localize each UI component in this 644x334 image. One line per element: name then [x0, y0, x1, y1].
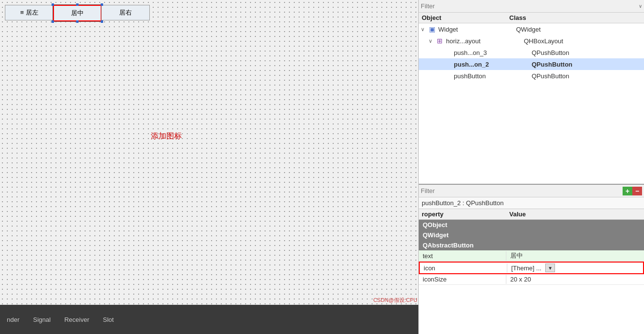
- props-object-title: pushButton_2 : QPushButton: [419, 197, 644, 209]
- prop-value-text[interactable]: 居中: [506, 250, 644, 261]
- inspector-filter-input[interactable]: [421, 2, 639, 10]
- expand-layout-icon[interactable]: ∨: [429, 38, 435, 44]
- prop-row-icon: icon [Theme] ... ▼: [419, 262, 644, 274]
- bottom-tabs: nder Signal Receiver Slot: [5, 315, 116, 324]
- props-header: roperty Value: [419, 209, 644, 220]
- left-panel: ≡ 居左 居中: [0, 0, 418, 334]
- tree-row-pushbutton[interactable]: pushButton QPushButton: [419, 70, 644, 82]
- pushbutton-icon: [443, 72, 452, 80]
- resize-handle-bl[interactable]: [52, 20, 54, 23]
- prop-name-text: text: [419, 251, 506, 261]
- canvas-area: ≡ 居左 居中: [0, 0, 418, 305]
- tree-row-push3[interactable]: push...on_3 QPushButton: [419, 47, 644, 58]
- resize-handle-tr[interactable]: [101, 3, 103, 6]
- tree-header-object: Object: [422, 14, 509, 21]
- add-icon-label: 添加图标: [151, 131, 182, 141]
- class-name-widget: QWidget: [516, 26, 642, 33]
- class-name-push2: QPushButton: [532, 61, 642, 68]
- tab-signal[interactable]: Signal: [31, 315, 53, 324]
- tab-slot[interactable]: Slot: [101, 315, 115, 324]
- prop-row-iconsize: iconSize 20 x 20: [419, 274, 644, 285]
- tree-row-widget[interactable]: ∨ ▣ Widget QWidget: [419, 23, 644, 35]
- props-content: QObject QWidget QAbstractButton text 居中 …: [419, 220, 644, 334]
- filter-chevron-icon: ∨: [639, 3, 642, 9]
- tab-nder[interactable]: nder: [5, 315, 21, 324]
- prop-value-iconsize: 20 x 20: [506, 275, 644, 284]
- obj-name-push2: push...on_2: [454, 61, 532, 68]
- expand-widget-icon[interactable]: ∨: [421, 26, 428, 33]
- widget-icon: ▣: [428, 25, 436, 33]
- push3-icon: [443, 49, 452, 56]
- group-qobject: QObject: [419, 220, 644, 230]
- push2-icon: [443, 60, 452, 68]
- class-name-layout: QHBoxLayout: [524, 37, 642, 45]
- tree-header-class: Class: [509, 14, 641, 21]
- props-header-property: roperty: [422, 211, 509, 218]
- obj-name-widget: Widget: [438, 26, 516, 33]
- object-inspector: ∨ Object Class ∨ ▣ Widget QWidget ∨ ⊞ ho…: [419, 0, 644, 185]
- resize-handle-bc[interactable]: [76, 20, 79, 23]
- obj-name-layout: horiz...ayout: [446, 37, 524, 45]
- prop-row-text: text 居中: [419, 250, 644, 262]
- class-name-pushbutton: QPushButton: [532, 72, 642, 80]
- right-button[interactable]: 居右: [101, 5, 150, 20]
- obj-name-push3: push...on_3: [454, 49, 532, 56]
- resize-handle-br[interactable]: [101, 20, 103, 23]
- prop-value-icon[interactable]: [Theme] ... ▼: [507, 263, 643, 273]
- tree-content: ∨ ▣ Widget QWidget ∨ ⊞ horiz...ayout QHB…: [419, 23, 644, 184]
- prop-name-icon: icon: [420, 264, 507, 273]
- resize-handle-tc[interactable]: [76, 3, 79, 6]
- props-add-button[interactable]: +: [623, 187, 632, 195]
- watermark: CSDN@假设:CPU: [372, 296, 418, 305]
- center-button[interactable]: 居中: [53, 5, 102, 21]
- group-qabstractbutton: QAbstractButton: [419, 240, 644, 250]
- class-name-push3: QPushButton: [532, 49, 642, 56]
- prop-name-iconsize: iconSize: [419, 275, 506, 284]
- props-filter-input[interactable]: [421, 187, 623, 194]
- tree-row-layout[interactable]: ∨ ⊞ horiz...ayout QHBoxLayout: [419, 35, 644, 47]
- inspector-filter-bar: ∨: [419, 0, 644, 13]
- icon-browse-button[interactable]: ▼: [545, 264, 555, 272]
- resize-handle-tl[interactable]: [52, 3, 54, 6]
- properties-panel: + − pushButton_2 : QPushButton roperty V…: [419, 185, 644, 334]
- props-sub-button[interactable]: −: [632, 187, 642, 195]
- tree-row-push2[interactable]: push...on_2 QPushButton: [419, 58, 644, 70]
- left-button[interactable]: ≡ 居左: [5, 5, 54, 20]
- right-panel: ∨ Object Class ∨ ▣ Widget QWidget ∨ ⊞ ho…: [418, 0, 644, 334]
- group-qwidget: QWidget: [419, 230, 644, 240]
- props-filter-bar: + −: [419, 185, 644, 197]
- bottom-bar: nder Signal Receiver Slot: [0, 305, 418, 334]
- tree-header: Object Class: [419, 13, 644, 23]
- obj-name-pushbutton: pushButton: [454, 72, 532, 80]
- props-header-value: Value: [509, 211, 641, 218]
- layout-icon: ⊞: [435, 37, 444, 45]
- tab-receiver[interactable]: Receiver: [62, 315, 91, 324]
